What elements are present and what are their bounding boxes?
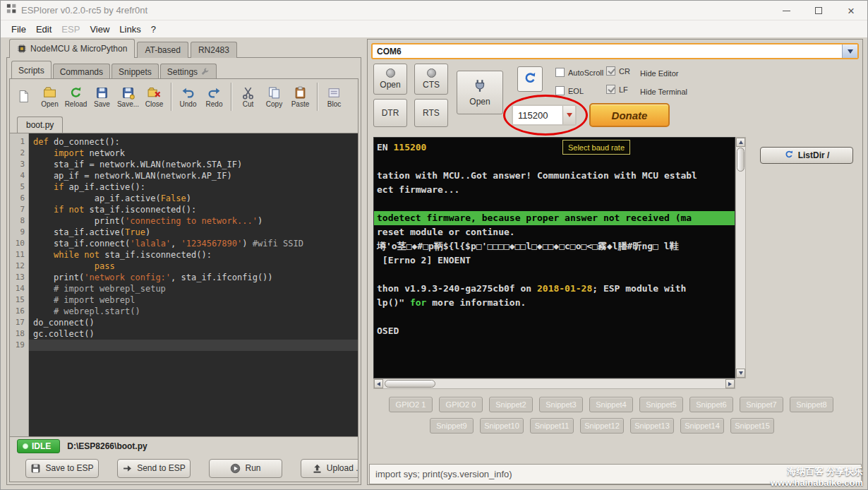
baud-rate-select[interactable]: 115200 <box>512 104 577 126</box>
toolbar-save-button[interactable]: Save... <box>115 80 141 113</box>
toolbar-save-button[interactable]: Save <box>89 80 115 113</box>
code-line[interactable]: print('connecting to network...') <box>29 215 358 227</box>
menu-help[interactable]: ? <box>146 23 161 36</box>
subtab-scripts[interactable]: Scripts <box>11 61 52 79</box>
code-line[interactable]: # import webrepl_setup <box>29 283 358 294</box>
cr-checkbox[interactable]: CR <box>606 66 630 76</box>
toolbar-copy-button[interactable]: Copy <box>261 80 287 113</box>
refresh-ports-button[interactable] <box>517 66 543 92</box>
toolbar-paste-button[interactable]: Paste <box>287 80 313 113</box>
hide-terminal-label[interactable]: Hide Terminal <box>640 88 687 96</box>
menu-links[interactable]: Links <box>114 23 145 36</box>
code-line[interactable]: do_connect() <box>29 317 358 328</box>
menu-edit[interactable]: Edit <box>31 23 56 36</box>
scroll-left-button[interactable] <box>374 379 383 388</box>
code-line[interactable] <box>29 340 358 351</box>
code-line[interactable]: import network <box>29 148 358 159</box>
close-button[interactable]: × <box>835 1 867 20</box>
com-port-select[interactable]: COM6 <box>371 43 859 59</box>
lf-checkbox[interactable]: LF <box>606 85 628 94</box>
code-line[interactable]: ap_if = network.WLAN(network.AP_IF) <box>29 170 358 181</box>
baud-rate-dropdown-button[interactable] <box>562 106 575 124</box>
lf-checkbox-box[interactable] <box>606 85 615 94</box>
tab-nodemcu-micropython[interactable]: NodeMCU & MicroPython <box>9 39 135 58</box>
snippet-button-snippet10[interactable]: Snippet10 <box>480 418 524 434</box>
code-line[interactable]: pass <box>29 261 358 272</box>
run-button[interactable]: Run <box>209 459 282 478</box>
eol-checkbox[interactable]: EOL <box>555 86 584 95</box>
snippet-button-snippet11[interactable]: Snippet11 <box>530 418 574 434</box>
rts-button[interactable]: RTS <box>414 99 448 127</box>
toolbar-close-button[interactable]: Close <box>141 80 167 113</box>
tab-boot-py[interactable]: boot.py <box>17 116 63 133</box>
snippet-button-snippet12[interactable]: Snippet12 <box>580 418 624 434</box>
cr-checkbox-box[interactable] <box>606 66 615 76</box>
autoscroll-checkbox[interactable]: AutoScroll <box>555 68 603 77</box>
snippet-button-snippet4[interactable]: Snippet4 <box>589 397 633 412</box>
dtr-button[interactable]: DTR <box>373 99 407 127</box>
vertical-scroll-thumb[interactable] <box>737 148 745 172</box>
toolbar-reload-button[interactable]: Reload <box>63 80 89 113</box>
snippet-button-snippet5[interactable]: Snippet5 <box>639 397 683 412</box>
upload-button[interactable]: Upload ... <box>301 459 358 478</box>
menu-esp[interactable]: ESP <box>56 23 85 36</box>
snippet-button-snippet7[interactable]: Snippet7 <box>740 397 783 412</box>
code-line[interactable]: if not sta_if.isconnected(): <box>29 204 358 215</box>
terminal-output[interactable]: EN 115200 tation with MCU..Got answer! C… <box>373 137 735 378</box>
subtab-snippets[interactable]: Snippets <box>111 64 159 79</box>
scroll-right-button[interactable] <box>725 379 735 388</box>
toolbar-new-file-button[interactable] <box>11 80 37 113</box>
minimize-button[interactable] <box>770 1 802 20</box>
code-line[interactable]: sta_if.active(True) <box>29 227 358 238</box>
cts-led-button[interactable]: CTS <box>414 64 448 95</box>
code-area[interactable]: def do_connect(): import network sta_if … <box>29 133 358 436</box>
toolbar-cut-button[interactable]: Cut <box>235 80 261 113</box>
code-line[interactable]: sta_if = network.WLAN(network.STA_IF) <box>29 159 358 170</box>
code-line[interactable]: print('network config:', sta_if.ifconfig… <box>29 272 358 283</box>
send-to-esp-button[interactable]: Send to ESP <box>117 459 191 478</box>
maximize-button[interactable] <box>802 1 835 20</box>
tab-at-based[interactable]: AT-based <box>137 42 188 58</box>
save-to-esp-button[interactable]: Save to ESP <box>25 459 99 478</box>
horizontal-scroll-thumb[interactable] <box>385 380 435 388</box>
menu-view[interactable]: View <box>85 23 114 36</box>
snippet-button-gpio2-0[interactable]: GPIO2 0 <box>439 397 483 412</box>
toolbar-redo-button[interactable]: Redo <box>201 80 227 113</box>
code-line[interactable]: sta_if.connect('lalala', '1234567890') #… <box>29 238 358 249</box>
listdir-button[interactable]: ListDir / <box>760 147 853 164</box>
hide-editor-label[interactable]: Hide Editor <box>640 69 678 78</box>
autoscroll-checkbox-box[interactable] <box>555 68 565 77</box>
eol-checkbox-box[interactable] <box>555 86 565 95</box>
menu-file[interactable]: File <box>6 23 31 36</box>
snippet-button-snippet6[interactable]: Snippet6 <box>689 397 733 412</box>
toolbar-open-button[interactable]: Open <box>37 80 63 113</box>
snippet-button-snippet14[interactable]: Snippet14 <box>680 418 724 434</box>
snippet-button-gpio2-1[interactable]: GPIO2 1 <box>389 397 433 412</box>
open-serial-led-button[interactable]: Open <box>373 64 407 95</box>
snippet-button-snippet2[interactable]: Snippet2 <box>489 397 533 412</box>
scroll-down-button[interactable] <box>736 369 745 378</box>
com-port-dropdown-button[interactable] <box>842 44 857 58</box>
command-input[interactable] <box>369 464 862 484</box>
subtab-settings[interactable]: Settings <box>160 64 217 79</box>
scroll-up-button[interactable] <box>736 138 745 147</box>
code-line[interactable]: while not sta_if.isconnected(): <box>29 249 358 261</box>
code-line[interactable]: if ap_if.active(): <box>29 181 358 193</box>
snippet-button-snippet9[interactable]: Snippet9 <box>430 418 474 434</box>
code-editor[interactable]: 12345678910111213141516171819 def do_con… <box>10 133 358 436</box>
toolbar-bloc-button[interactable]: Bloc <box>321 80 347 113</box>
snippet-button-snippet8[interactable]: Snippet8 <box>790 397 833 412</box>
toolbar-undo-button[interactable]: Undo <box>175 80 201 113</box>
terminal-horizontal-scrollbar[interactable] <box>373 378 735 389</box>
code-line[interactable]: ap_if.active(False) <box>29 193 358 204</box>
code-line[interactable]: # webrepl.start() <box>29 306 358 317</box>
snippet-button-snippet13[interactable]: Snippet13 <box>630 418 674 434</box>
terminal-vertical-scrollbar[interactable] <box>735 137 746 378</box>
snippet-button-snippet15[interactable]: Snippet15 <box>730 418 774 434</box>
subtab-commands[interactable]: Commands <box>53 64 110 79</box>
code-line[interactable]: # import webrepl <box>29 294 358 306</box>
snippet-button-snippet3[interactable]: Snippet3 <box>539 397 583 412</box>
donate-button[interactable]: Donate <box>589 103 670 127</box>
code-line[interactable]: def do_connect(): <box>29 136 358 148</box>
tab-rn2483[interactable]: RN2483 <box>191 42 237 58</box>
